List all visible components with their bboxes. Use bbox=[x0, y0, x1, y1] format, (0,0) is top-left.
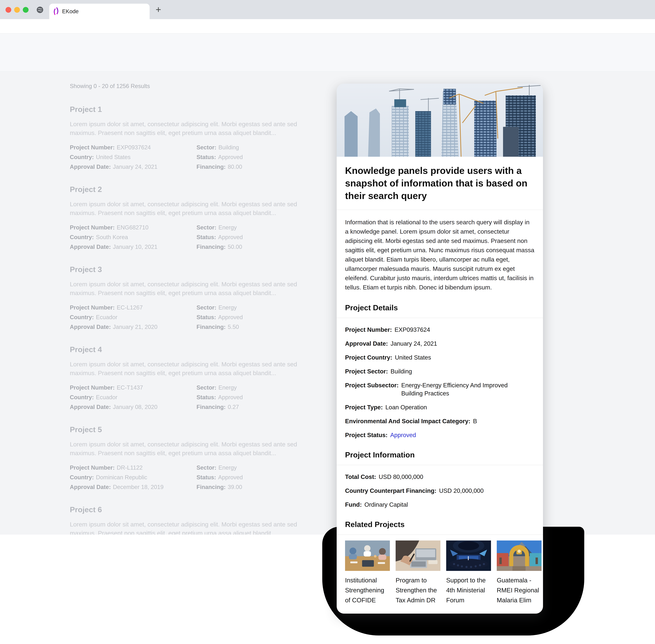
result-title[interactable]: Project 6 bbox=[70, 505, 306, 514]
divider bbox=[337, 210, 543, 210]
result-field: Sector:Building bbox=[196, 144, 306, 150]
construction-hero-image bbox=[337, 84, 543, 157]
section-heading-related-projects: Related Projects bbox=[345, 520, 535, 529]
result-field: Project Number:EC-L1267 bbox=[70, 305, 196, 310]
result-field: Project Number:DR-L1122 bbox=[70, 465, 196, 470]
search-result: Project 2 Lorem ipsum dolor sit amet, co… bbox=[70, 185, 306, 250]
result-field: Project Number:EC-T1437 bbox=[70, 385, 196, 390]
detail-row: Project Country:United States bbox=[345, 353, 535, 362]
search-result: Project 1 Lorem ipsum dolor sit amet, co… bbox=[70, 105, 306, 170]
panel-title: Knowledge panels provide users with a sn… bbox=[345, 164, 535, 202]
related-project-label[interactable]: Guatemala - RMEI Regional Malaria Elim bbox=[497, 575, 542, 605]
browser-titlebar: EKode + bbox=[0, 0, 655, 19]
result-field: Financing:0.27 bbox=[196, 404, 306, 410]
info-row: Fund:Ordinary Capital bbox=[345, 501, 535, 509]
search-result: Project 6 Lorem ipsum dolor sit amet, co… bbox=[70, 505, 306, 535]
section-heading-project-details: Project Details bbox=[345, 303, 535, 312]
related-project-card[interactable]: Guatemala - RMEI Regional Malaria Elim bbox=[497, 540, 542, 605]
detail-row-status: Project Status:Approved bbox=[345, 431, 535, 439]
result-field: Financing:50.00 bbox=[196, 244, 306, 250]
result-field: Financing:39.00 bbox=[196, 484, 306, 490]
result-field: Approval Date:January 24, 2021 bbox=[70, 164, 196, 170]
result-field: Approval Date:January 08, 2020 bbox=[70, 404, 196, 410]
results-count: Showing 0 - 20 of 1256 Results bbox=[70, 83, 306, 89]
result-title[interactable]: Project 4 bbox=[70, 345, 306, 354]
related-project-label[interactable]: Support to the 4th Ministerial Forum bbox=[446, 575, 491, 605]
related-project-label[interactable]: Program to Strengthen the Tax Admin DR bbox=[396, 575, 440, 605]
related-projects-row: Institutional Strengthening of COFIDE bbox=[345, 540, 535, 605]
result-description: Lorem ipsum dolor sit amet, consectetur … bbox=[70, 360, 303, 377]
result-field: Approval Date:January 10, 2021 bbox=[70, 244, 196, 250]
result-field: Financing:80.00 bbox=[196, 164, 306, 170]
maximize-window-button[interactable] bbox=[23, 7, 28, 13]
result-title[interactable]: Project 2 bbox=[70, 185, 306, 194]
knowledge-panel: Knowledge panels provide users with a sn… bbox=[337, 84, 543, 614]
browser-toolbar: https://www.ekode.com bbox=[0, 19, 655, 33]
result-field: Sector:Energy bbox=[196, 225, 306, 230]
tab-title: EKode bbox=[62, 8, 78, 15]
guatemala-thumbnail-image[interactable] bbox=[497, 540, 542, 571]
divider bbox=[337, 534, 543, 535]
browser-tab[interactable]: EKode bbox=[49, 4, 149, 19]
detail-row: Environmental And Social Impact Category… bbox=[345, 417, 535, 425]
result-field: Status:Approved bbox=[196, 314, 306, 320]
minimize-window-button[interactable] bbox=[14, 7, 20, 13]
close-window-button[interactable] bbox=[5, 7, 11, 13]
new-tab-button[interactable]: + bbox=[154, 5, 163, 14]
section-heading-project-information: Project Information bbox=[345, 450, 535, 459]
info-row: Country Counterpart Financing:USD 20,000… bbox=[345, 487, 535, 495]
window-controls[interactable] bbox=[5, 7, 28, 13]
detail-row: Project Number:EXP0937624 bbox=[345, 326, 535, 334]
related-project-card[interactable]: Institutional Strengthening of COFIDE bbox=[345, 540, 390, 605]
result-field: Country:Ecuador bbox=[70, 314, 196, 320]
status-link[interactable]: Approved bbox=[390, 431, 416, 439]
result-field: Sector:Energy bbox=[196, 305, 306, 310]
result-description: Lorem ipsum dolor sit amet, consectetur … bbox=[70, 520, 303, 535]
result-title[interactable]: Project 5 bbox=[70, 425, 306, 434]
detail-row: Project Subsector:Energy-Energy Efficien… bbox=[345, 381, 535, 397]
divider bbox=[337, 318, 543, 318]
result-field: Country:United States bbox=[70, 154, 196, 160]
result-field: Status:Approved bbox=[196, 394, 306, 400]
globe-icon bbox=[36, 5, 44, 14]
detail-row: Approval Date:January 24, 2021 bbox=[345, 340, 535, 348]
result-field: Country:Dominican Republic bbox=[70, 475, 196, 480]
result-field: Status:Approved bbox=[196, 154, 306, 160]
search-result: Project 4 Lorem ipsum dolor sit amet, co… bbox=[70, 345, 306, 410]
result-title[interactable]: Project 3 bbox=[70, 265, 306, 274]
project-details-list: Project Number:EXP0937624 Approval Date:… bbox=[345, 326, 535, 439]
search-results-area: Showing 0 - 20 of 1256 Results Project 1… bbox=[0, 72, 655, 535]
ekode-favicon-icon bbox=[53, 7, 59, 16]
info-row: Total Cost:USD 80,000,000 bbox=[345, 473, 535, 481]
related-project-card[interactable]: Support to the 4th Ministerial Forum bbox=[446, 540, 491, 605]
related-project-label[interactable]: Institutional Strengthening of COFIDE bbox=[345, 575, 390, 605]
result-field: Project Number:ENG682710 bbox=[70, 225, 196, 230]
tax-admin-thumbnail-image[interactable] bbox=[396, 540, 440, 571]
result-field: Status:Approved bbox=[196, 234, 306, 240]
result-description: Lorem ipsum dolor sit amet, consectetur … bbox=[70, 280, 303, 297]
related-project-card[interactable]: Program to Strengthen the Tax Admin DR bbox=[396, 540, 440, 605]
result-field: Country:Ecuador bbox=[70, 394, 196, 400]
result-field: Sector:Energy bbox=[196, 465, 306, 470]
result-title[interactable]: Project 1 bbox=[70, 105, 306, 114]
forum-thumbnail-image[interactable] bbox=[446, 540, 491, 571]
result-field: Approval Date:December 18, 2019 bbox=[70, 484, 196, 490]
site-header: EKode bbox=[0, 33, 655, 72]
result-field: Status:Approved bbox=[196, 475, 306, 480]
result-field: Project Number:EXP0937624 bbox=[70, 144, 196, 150]
detail-row: Project Type:Loan Operation bbox=[345, 403, 535, 411]
browser-window: EKode + https://www.ekode.com bbox=[0, 0, 655, 644]
result-field: Country:South Korea bbox=[70, 234, 196, 240]
search-result: Project 3 Lorem ipsum dolor sit amet, co… bbox=[70, 265, 306, 330]
result-description: Lorem ipsum dolor sit amet, consectetur … bbox=[70, 200, 303, 217]
project-information-list: Total Cost:USD 80,000,000 Country Counte… bbox=[345, 473, 535, 509]
result-description: Lorem ipsum dolor sit amet, consectetur … bbox=[70, 440, 303, 457]
result-description: Lorem ipsum dolor sit amet, consectetur … bbox=[70, 120, 303, 137]
result-field: Financing:5.50 bbox=[196, 324, 306, 330]
panel-description: Information that is relational to the us… bbox=[345, 217, 535, 292]
detail-row: Project Sector:Building bbox=[345, 367, 535, 375]
result-field: Sector:Energy bbox=[196, 385, 306, 390]
result-field: Approval Date:January 21, 2020 bbox=[70, 324, 196, 330]
divider bbox=[337, 465, 543, 465]
meeting-thumbnail-image[interactable] bbox=[345, 540, 390, 571]
